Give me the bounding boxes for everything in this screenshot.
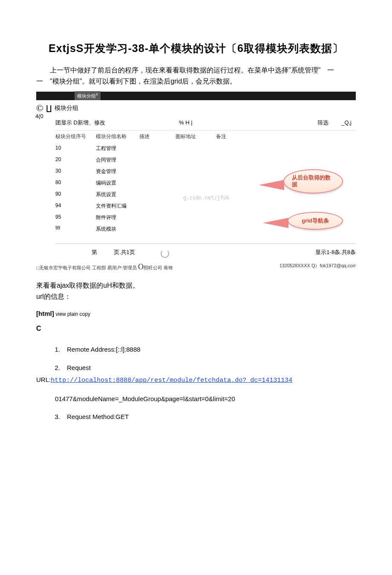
- callout-data: 从后台取得的数据: [283, 169, 343, 194]
- toolbar-show-add[interactable]: 团显示 D新增、修改: [55, 119, 179, 127]
- status-left: □无银市宏宇电子有限公司 工程部 易用户:管理员 O熙旺公司 蒋锋: [36, 263, 173, 272]
- status-bar: □无银市宏宇电子有限公司 工程部 易用户:管理员 O熙旺公司 蒋锋 132052…: [36, 260, 356, 272]
- intro-paragraph: 上一节中做好了前后台的程序，现在來看看取得数据的运行过程。在菜单中选择"系统管理…: [36, 65, 356, 87]
- list-item: 01477&moduleName=_ModuleGroup&page=l&sta…: [36, 393, 356, 405]
- table-row: 10工程管理: [55, 143, 356, 154]
- request-url[interactable]: http://localhost:8888/app/rest/module/fe…: [51, 377, 292, 384]
- table-row: 20合同管理: [55, 154, 356, 166]
- group-title: 模块分组: [55, 104, 78, 112]
- c-letter: C: [36, 325, 356, 332]
- app-screenshot: 模块分组x © ∐ 模块分组 4(0 团显示 D新增、修改 % H | 筛选 _…: [36, 92, 356, 272]
- count-label: 4(0: [35, 113, 43, 119]
- search-input[interactable]: _Q,j: [341, 119, 352, 126]
- callout-navbar: grid导航条: [288, 212, 343, 230]
- col-name: 模块分组名称: [96, 133, 139, 140]
- list-item: Remote Address:[::l]:8888: [67, 346, 141, 353]
- table-row: 94文件资料汇编: [55, 200, 356, 212]
- tab-bar: 模块分组x: [36, 92, 356, 100]
- grid-header: 棂块分组序号 模块分组名称 描述 图标地址 备注: [55, 130, 356, 143]
- ajax-text-2: url的信息：: [36, 291, 356, 302]
- bars-icon: ∐: [46, 104, 52, 113]
- pager-page[interactable]: 第 页.共1页: [92, 248, 135, 256]
- filter-label: 筛选: [317, 119, 329, 127]
- copyright-icon: ©: [36, 103, 43, 114]
- refresh-icon[interactable]: [161, 249, 169, 258]
- pager-info: 显示1-8条.共8条: [315, 248, 356, 256]
- col-icon: 图标地址: [176, 133, 216, 140]
- watermark: g.csdn.net/jfok: [183, 195, 229, 201]
- page-title: ExtjsS开发学习-38-单个模块的设计〔6取得模块列表数据〕: [36, 41, 356, 55]
- view-plain-copy[interactable]: view plain copy: [56, 311, 90, 317]
- grid-toolbar: 团显示 D新增、修改 % H | 筛选 _Q,j: [55, 114, 356, 130]
- col-seq: 棂块分组序号: [55, 133, 96, 140]
- ajax-text-1: 來看看ajax取得数据的uH和数据。: [36, 280, 356, 291]
- list-item: Request Method:GET: [67, 413, 129, 420]
- list-item: Request: [67, 364, 91, 371]
- pager: 第 页.共1页 显示1-8条.共8条: [55, 243, 356, 260]
- code-label: [html] view plain copy: [36, 310, 356, 317]
- tab-module-group[interactable]: 模块分组x: [75, 91, 101, 100]
- col-remark: 备注: [216, 133, 242, 140]
- status-right: 1320528XXXX Q）fok1972@qq.corr: [280, 263, 356, 272]
- col-desc: 描述: [139, 133, 176, 140]
- toolbar-mid[interactable]: % H |: [179, 119, 264, 126]
- request-list: 1.Remote Address:[::l]:8888 2.Request UR…: [36, 344, 356, 423]
